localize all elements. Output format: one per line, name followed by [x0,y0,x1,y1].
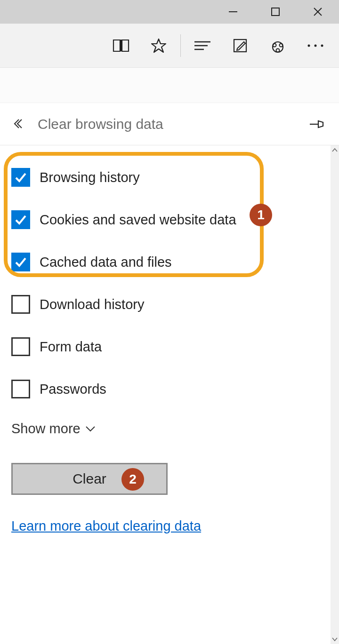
tabstrip-area [0,68,339,103]
checkbox-checked-icon[interactable] [11,253,30,271]
checkbox-checked-icon[interactable] [11,168,30,187]
show-more-toggle[interactable]: Show more [11,421,324,437]
show-more-label: Show more [11,421,81,437]
favorites-star-icon[interactable] [140,24,178,68]
scroll-down-arrow-icon[interactable] [331,635,339,644]
more-icon[interactable] [297,24,334,68]
toolbar-divider [180,34,181,57]
learn-more-link[interactable]: Learn more about clearing data [11,518,201,534]
window-titlebar [0,0,339,24]
reading-view-icon[interactable] [102,24,140,68]
minimize-button[interactable] [212,0,254,24]
option-cached-data[interactable]: Cached data and files [11,253,324,271]
option-download-history[interactable]: Download history [11,295,324,314]
svg-point-11 [276,49,280,52]
checkbox-unchecked-icon[interactable] [11,295,30,314]
share-icon[interactable] [259,24,297,68]
reading-list-icon[interactable] [184,24,221,68]
panel-header: Clear browsing data [0,103,339,145]
option-label: Form data [40,339,102,355]
back-button[interactable] [11,118,30,131]
note-icon[interactable] [221,24,259,68]
checkbox-unchecked-icon[interactable] [11,380,30,398]
checkbox-checked-icon[interactable] [11,210,30,229]
chevron-down-icon [85,426,96,432]
option-browsing-history[interactable]: Browsing history [11,168,324,187]
option-label: Download history [40,297,144,312]
option-passwords[interactable]: Passwords [11,380,324,398]
checkbox-unchecked-icon[interactable] [11,337,30,356]
option-label: Cached data and files [40,254,172,270]
svg-point-13 [315,45,317,47]
option-label: Browsing history [40,170,140,185]
svg-rect-1 [272,8,279,16]
close-button[interactable] [297,0,339,24]
scroll-up-arrow-icon[interactable] [331,145,339,155]
clear-data-panel: 1 2 Browsing history Cookies and saved w… [0,145,335,534]
clear-button[interactable]: Clear [11,463,168,495]
option-label: Cookies and saved website data [40,212,236,228]
maximize-button[interactable] [254,0,297,24]
browser-toolbar [0,24,339,68]
svg-point-12 [308,45,310,47]
pin-button[interactable] [305,119,329,129]
panel-title: Clear browsing data [38,116,305,132]
option-cookies[interactable]: Cookies and saved website data [11,210,324,229]
option-label: Passwords [40,382,106,397]
svg-point-14 [321,45,323,47]
option-form-data[interactable]: Form data [11,337,324,356]
clear-button-label: Clear [73,471,106,487]
vertical-scrollbar[interactable] [331,145,339,644]
